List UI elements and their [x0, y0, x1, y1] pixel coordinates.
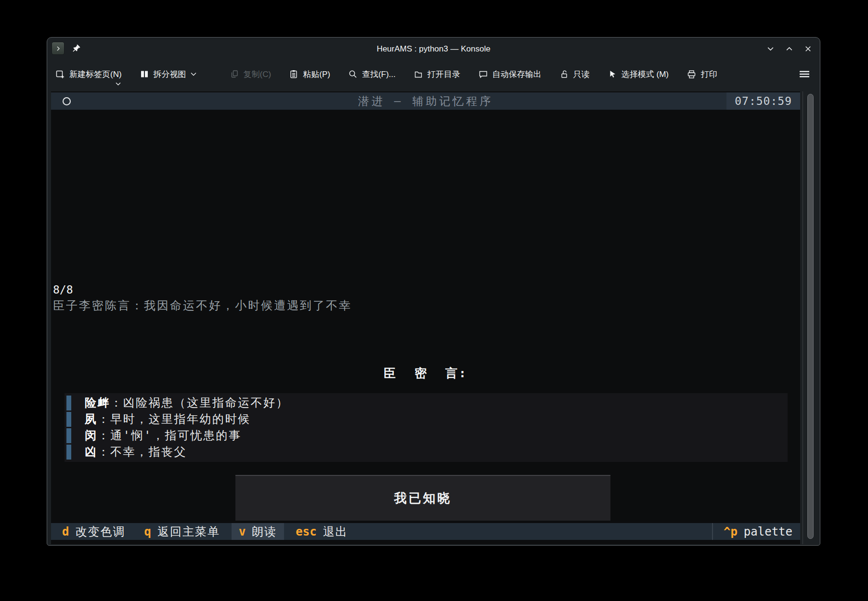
new-tab-button[interactable]: 新建标签页(N) — [55, 69, 122, 80]
acknowledge-button[interactable]: 我已知晓 — [235, 475, 610, 521]
copy-label: 复制(C) — [244, 69, 272, 80]
konsole-window: HeurAMS : python3 — Konsole 新建标签页(N) — [47, 37, 820, 546]
key-badge: ^p — [724, 525, 738, 538]
tui-app-title: 潜进 – 辅助记忆程序 — [51, 94, 800, 109]
annotation-line: 闵：通'悯'，指可忧患的事 — [65, 428, 788, 444]
split-view-button[interactable]: 拆分视图 — [140, 69, 196, 80]
title-bar: HeurAMS : python3 — Konsole — [47, 38, 820, 60]
key-badge: d — [62, 525, 69, 538]
output-bubble-icon — [478, 69, 488, 79]
new-tab-label: 新建标签页(N) — [69, 69, 122, 80]
annotation-text: ：早时，这里指年幼的时候 — [98, 412, 251, 426]
annotation-line: 凶：不幸，指丧父 — [65, 444, 788, 460]
split-view-label: 拆分视图 — [154, 69, 186, 80]
annotation-term: 夙 — [85, 412, 98, 426]
print-button[interactable]: 打印 — [687, 69, 717, 80]
autosave-output-label: 自动保存输出 — [492, 69, 542, 80]
key-badge: v — [239, 525, 246, 538]
printer-icon — [687, 69, 697, 79]
copy-icon — [230, 69, 239, 79]
annotation-term: 凶 — [85, 445, 98, 459]
chevron-down-icon — [191, 72, 196, 76]
translation-hint: 臣子李密陈言：我因命运不好，小时候遭遇到了不幸 — [53, 298, 352, 313]
chevron-down-icon — [116, 82, 121, 86]
autosave-output-button[interactable]: 自动保存输出 — [478, 69, 542, 80]
poem-line: 臣 密 言: — [51, 364, 800, 383]
open-directory-label: 打开目录 — [428, 69, 460, 80]
menu-button[interactable] — [799, 69, 810, 79]
hamburger-icon — [799, 69, 810, 79]
footer-palette-shortcut[interactable]: ^p palette — [712, 523, 800, 540]
find-label: 查找(F)... — [362, 69, 396, 80]
read-only-label: 只读 — [573, 69, 590, 80]
annotation-text: ：通'悯'，指可忧患的事 — [98, 429, 242, 442]
key-label: 朗读 — [252, 524, 277, 539]
split-view-icon — [140, 69, 149, 79]
paste-icon — [289, 69, 298, 79]
paste-label: 粘贴(P) — [303, 69, 330, 80]
open-directory-button[interactable]: 打开目录 — [414, 69, 460, 80]
cursor-icon — [608, 69, 617, 79]
key-label: 退出 — [323, 524, 348, 539]
new-tab-icon — [55, 69, 65, 79]
tui-header-bar: 潜进 – 辅助记忆程序 07:50:59 — [51, 92, 800, 110]
terminal-viewport: 潜进 – 辅助记忆程序 07:50:59 8/8 臣子李密陈言：我因命运不好，小… — [51, 91, 800, 544]
scrollbar-thumb[interactable] — [807, 94, 814, 539]
annotation-panel: 险衅：凶险祸患（这里指命运不好） 夙：早时，这里指年幼的时候 闵：通'悯'，指可… — [65, 393, 788, 462]
key-label: 改变色调 — [75, 524, 125, 539]
toolbar: 新建标签页(N) 拆分视图 复制(C) — [47, 60, 820, 91]
window-title: HeurAMS : python3 — Konsole — [47, 38, 820, 60]
footer-key-read-aloud[interactable]: v 朗读 — [232, 523, 284, 540]
search-icon — [348, 69, 358, 79]
tui-clock: 07:50:59 — [726, 92, 800, 110]
print-label: 打印 — [701, 69, 717, 80]
key-badge: q — [144, 525, 151, 538]
footer-key-exit[interactable]: esc 退出 — [288, 523, 355, 540]
footer-key-main-menu[interactable]: q 返回主菜单 — [137, 523, 227, 540]
key-label: 返回主菜单 — [157, 524, 220, 539]
maximize-button[interactable] — [785, 45, 793, 53]
read-only-button[interactable]: 只读 — [559, 69, 590, 80]
annotation-text: ：凶险祸患（这里指命运不好） — [110, 396, 289, 409]
minimize-button[interactable] — [766, 45, 775, 53]
annotation-line: 险衅：凶险祸患（这里指命运不好） — [65, 395, 788, 411]
unlock-icon — [559, 69, 569, 79]
copy-button[interactable]: 复制(C) — [230, 69, 272, 80]
key-hint-bar: d 改变色调 q 返回主菜单 v 朗读 esc 退出 ^p palette — [51, 523, 800, 540]
footer-key-change-theme[interactable]: d 改变色调 — [55, 523, 132, 540]
close-button[interactable] — [804, 45, 812, 53]
scrollbar[interactable] — [803, 91, 817, 544]
select-mode-button[interactable]: 选择模式 (M) — [608, 69, 669, 80]
annotation-text: ：不幸，指丧父 — [98, 445, 187, 459]
annotation-line: 夙：早时，这里指年幼的时候 — [65, 411, 788, 427]
progress-counter: 8/8 — [53, 283, 73, 296]
annotation-term: 险衅 — [85, 396, 110, 409]
key-label: palette — [744, 525, 792, 538]
folder-icon — [414, 69, 423, 79]
annotation-term: 闵 — [85, 429, 98, 442]
select-mode-label: 选择模式 (M) — [622, 69, 669, 80]
key-badge: esc — [296, 525, 316, 538]
paste-button[interactable]: 粘贴(P) — [289, 69, 330, 80]
find-button[interactable]: 查找(F)... — [348, 69, 396, 80]
